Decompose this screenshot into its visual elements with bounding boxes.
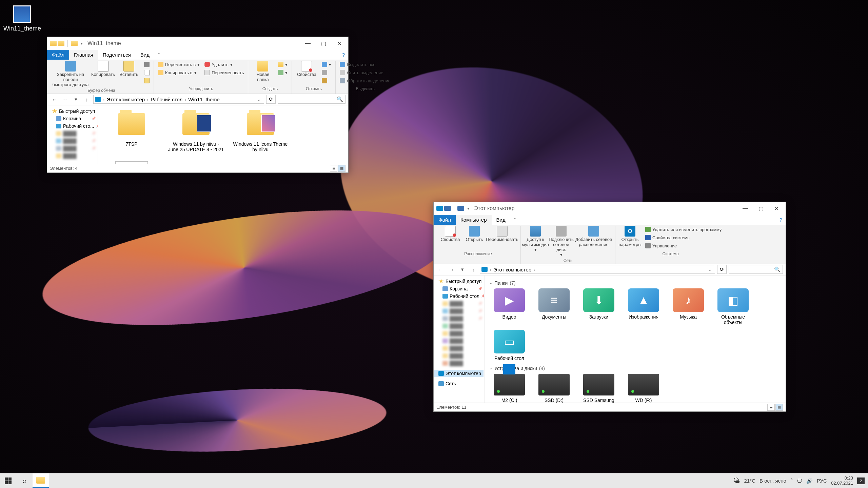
tab-view[interactable]: Вид (136, 50, 154, 60)
section-folders-header[interactable]: ⌄Папки (7) (489, 280, 781, 286)
edit-button[interactable] (320, 69, 333, 76)
input-language[interactable]: РУС (817, 478, 827, 484)
drive-item[interactable]: M2 (C:) (489, 374, 529, 403)
library-folder[interactable]: ♪Музыка (668, 288, 708, 325)
open-settings-button[interactable]: Открыть параметры (618, 226, 642, 247)
drive-item[interactable]: SSD Samsung (E:) (579, 374, 619, 403)
nav-network[interactable]: Сеть (434, 380, 484, 387)
nav-quick-access[interactable]: Быстрый доступ (48, 107, 97, 115)
qat-new-folder-icon[interactable] (58, 41, 64, 46)
open-button[interactable]: Открыть (464, 226, 485, 242)
nav-item-blurred[interactable]: ████ (48, 137, 97, 145)
properties-button[interactable]: Свойства (295, 61, 318, 77)
copy-path-button[interactable] (143, 69, 151, 76)
view-large-icons-button[interactable]: ▦ (338, 165, 346, 172)
nav-recycle-bin[interactable]: Корзина (48, 115, 97, 122)
refresh-button[interactable]: ⟳ (266, 95, 276, 104)
drive-item[interactable]: WD (F:) (624, 374, 664, 403)
nav-desktop[interactable]: Рабочий сто... (48, 122, 97, 130)
volume-icon[interactable]: 🔊 (806, 478, 813, 484)
nav-item-blurred[interactable]: ████ (434, 330, 484, 337)
nav-back-button[interactable]: ← (50, 95, 59, 104)
paste-shortcut-button[interactable] (143, 77, 151, 84)
file-list[interactable]: 7TSPWindows 11 by niivu - June 25 UPDATE… (98, 105, 348, 164)
clock[interactable]: 0:23 02.07.2021 (831, 476, 853, 486)
nav-item-blurred[interactable]: ████ (48, 130, 97, 137)
search-button[interactable]: ⌕ (16, 473, 33, 488)
weather-text[interactable]: В осн. ясно (760, 478, 786, 484)
nav-item-blurred[interactable]: ████ (434, 315, 484, 322)
tab-file[interactable]: Файл (47, 50, 69, 60)
system-properties-button[interactable]: Свойства системы (644, 234, 723, 241)
nav-item-blurred[interactable]: ████ (434, 352, 484, 360)
tab-computer[interactable]: Компьютер (456, 215, 492, 225)
nav-item-blurred[interactable]: ████ (48, 145, 97, 152)
select-all-button[interactable]: Выделить все (338, 61, 392, 68)
library-folder[interactable]: ⬇Загрузки (579, 288, 619, 325)
title-bar[interactable]: ▾ Win11_theme — ▢ ✕ (47, 37, 348, 50)
file-item[interactable]: Windows 11 by niivu - June 25 UPDATE 8 -… (167, 109, 225, 152)
breadcrumb-box[interactable]: › Этот компьютер› Рабочий стол› Win11_th… (93, 95, 264, 104)
tab-share[interactable]: Поделиться (98, 50, 136, 60)
add-network-location-button[interactable]: Добавить сетевое расположение (575, 226, 612, 247)
history-button[interactable] (320, 77, 333, 84)
copy-button[interactable]: Копировать (91, 61, 115, 77)
nav-recent-dropdown[interactable]: ▾ (72, 95, 80, 104)
nav-recent-dropdown[interactable]: ▾ (458, 265, 467, 274)
map-drive-button[interactable]: Подключить сетевой диск ▾ (549, 226, 573, 258)
desktop-shortcut-win11theme[interactable]: Win11_theme (3, 5, 41, 32)
file-item[interactable]: Windows 11 Icons Theme by niivu (232, 109, 289, 152)
refresh-button[interactable]: ⟳ (717, 265, 727, 274)
search-input[interactable]: 🔍 (278, 95, 346, 104)
move-to-button[interactable]: Переместить в ▾ (157, 61, 201, 68)
nav-item-blurred[interactable]: ████ (434, 360, 484, 367)
paste-button[interactable]: Вставить (117, 61, 141, 77)
copy-to-button[interactable]: Копировать в ▾ (157, 69, 201, 76)
library-folder[interactable]: ◧Объемные объекты (713, 288, 753, 325)
nav-forward-button[interactable]: → (447, 265, 456, 274)
qat-props-icon[interactable] (444, 206, 451, 211)
help-icon[interactable]: ? (776, 215, 786, 225)
tab-view[interactable]: Вид (492, 215, 510, 225)
crumb-desktop[interactable]: Рабочий стол (149, 97, 184, 102)
ribbon-collapse-icon[interactable]: ⌃ (510, 215, 520, 225)
media-access-button[interactable]: Доступ к мультимедиа ▾ (524, 226, 547, 252)
nav-recycle-bin[interactable]: Корзина (434, 285, 484, 292)
crumb-this-pc[interactable]: Этот компьютер (492, 267, 533, 272)
uninstall-program-button[interactable]: Удалить или изменить программу (644, 226, 723, 233)
crumb-this-pc[interactable]: Этот компьютер (105, 97, 146, 102)
file-item[interactable]: ThemeTool.exe (103, 159, 160, 164)
section-drives-header[interactable]: ⌄Устройства и диски (4) (489, 366, 781, 371)
delete-button[interactable]: Удалить ▾ (203, 61, 245, 68)
file-list[interactable]: ⌄Папки (7) ▶Видео≡Документы⬇Загрузки▲Изо… (485, 276, 786, 403)
qat-dropdown-icon[interactable]: ▾ (79, 41, 85, 46)
maximize-button[interactable]: ▢ (316, 37, 331, 50)
crumb-current[interactable]: Win11_theme (187, 97, 221, 102)
tab-file[interactable]: Файл (434, 215, 456, 225)
nav-item-blurred[interactable]: ████ (434, 307, 484, 315)
cut-button[interactable] (143, 61, 151, 68)
start-button[interactable] (0, 473, 16, 488)
nav-forward-button[interactable]: → (61, 95, 70, 104)
drive-item[interactable]: SSD (D:) (534, 374, 574, 403)
minimize-button[interactable]: — (737, 202, 753, 215)
tab-home[interactable]: Главная (69, 50, 98, 60)
breadcrumb-box[interactable]: › Этот компьютер› ⌄ (480, 265, 715, 274)
close-button[interactable]: ✕ (769, 202, 784, 215)
rename-button[interactable]: Переименовать (203, 69, 245, 76)
nav-item-blurred[interactable]: ████ (434, 322, 484, 330)
tray-overflow-icon[interactable]: ˄ (790, 478, 793, 484)
nav-up-button[interactable]: ↑ (82, 95, 91, 104)
action-center-button[interactable]: 2 (857, 477, 865, 484)
minimize-button[interactable]: — (300, 37, 316, 50)
new-item-button[interactable]: ▾ (277, 61, 289, 68)
library-folder[interactable]: ▲Изображения (624, 288, 664, 325)
nav-up-button[interactable]: ↑ (469, 265, 478, 274)
pin-quickaccess-button[interactable]: Закрепить на панели быстрого доступа (52, 61, 89, 87)
weather-temp[interactable]: 21°C (744, 478, 755, 484)
manage-button[interactable]: Управление (644, 242, 723, 249)
title-bar[interactable]: ▾ Этот компьютер — ▢ ✕ (434, 202, 786, 215)
qat-dropdown-icon[interactable]: ▾ (465, 206, 471, 211)
ribbon-collapse-icon[interactable]: ⌃ (154, 50, 164, 60)
library-folder[interactable]: ≡Документы (534, 288, 574, 325)
